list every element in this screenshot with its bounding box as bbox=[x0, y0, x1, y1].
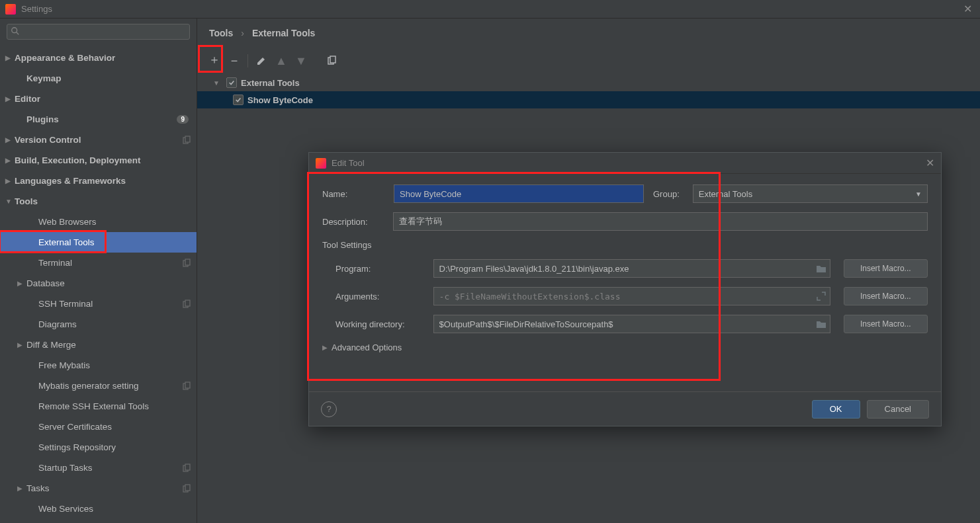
chevron-right-icon bbox=[17, 280, 26, 287]
tools-item-row[interactable]: Show ByteCode bbox=[197, 91, 980, 108]
sidebar-item-label: External Tools bbox=[38, 237, 191, 247]
sidebar-item-plugins[interactable]: Plugins9 bbox=[0, 109, 197, 130]
insert-macro-wd[interactable]: Insert Macro... bbox=[844, 315, 928, 333]
item-checkbox[interactable] bbox=[233, 95, 244, 105]
item-label: Show ByteCode bbox=[247, 95, 313, 105]
sidebar-item-languages-frameworks[interactable]: Languages & Frameworks bbox=[0, 171, 197, 191]
svg-rect-9 bbox=[185, 382, 190, 388]
advanced-options-label: Advanced Options bbox=[332, 342, 402, 352]
advanced-options-row[interactable]: ▶ Advanced Options bbox=[322, 342, 928, 352]
program-input[interactable] bbox=[433, 259, 830, 278]
svg-rect-3 bbox=[185, 136, 190, 142]
sidebar-item-free-mybatis[interactable]: Free Mybatis bbox=[0, 355, 197, 376]
sidebar-item-label: Web Browsers bbox=[38, 217, 191, 227]
scope-icon bbox=[182, 259, 191, 268]
scope-icon bbox=[182, 136, 191, 145]
chevron-down-icon: ▼ bbox=[213, 79, 222, 87]
toolbar: ＋ − ▲ ▼ bbox=[197, 48, 980, 74]
folder-icon[interactable] bbox=[816, 263, 826, 274]
chevron-right-icon: ▶ bbox=[322, 344, 332, 351]
sidebar-item-label: Build, Execution, Deployment bbox=[15, 155, 191, 165]
dialog-close-icon[interactable]: ✕ bbox=[926, 157, 934, 169]
edit-button[interactable] bbox=[252, 52, 271, 70]
sidebar-item-label: Server Certificates bbox=[38, 422, 191, 432]
chevron-right-icon bbox=[5, 136, 15, 143]
insert-macro-program[interactable]: Insert Macro... bbox=[844, 259, 928, 278]
folder-icon[interactable] bbox=[816, 319, 826, 329]
sidebar-item-tools[interactable]: Tools bbox=[0, 191, 197, 212]
sidebar-item-label: Tasks bbox=[26, 483, 182, 493]
move-up-button[interactable]: ▲ bbox=[272, 52, 290, 70]
sidebar-item-label: Terminal bbox=[38, 258, 182, 268]
close-icon[interactable]: ✕ bbox=[961, 3, 975, 15]
chevron-down-icon: ▼ bbox=[915, 190, 922, 198]
working-directory-input[interactable] bbox=[433, 315, 830, 333]
sidebar-item-startup-tasks[interactable]: Startup Tasks bbox=[0, 458, 197, 478]
sidebar-item-label: Tools bbox=[15, 196, 191, 206]
group-select[interactable]: External Tools ▼ bbox=[693, 184, 928, 203]
cancel-button[interactable]: Cancel bbox=[867, 400, 929, 419]
sidebar-item-tasks[interactable]: Tasks bbox=[0, 478, 197, 499]
edit-tool-dialog: Edit Tool ✕ Name: Group: External Tools … bbox=[308, 152, 942, 426]
sidebar-item-remote-ssh-external-tools[interactable]: Remote SSH External Tools bbox=[0, 396, 197, 417]
sidebar-item-database[interactable]: Database bbox=[0, 273, 197, 294]
sidebar-item-web-browsers[interactable]: Web Browsers bbox=[0, 212, 197, 232]
sidebar-tree: Appearance & BehaviorKeymapEditorPlugins… bbox=[0, 45, 197, 523]
group-value: External Tools bbox=[699, 189, 752, 199]
sidebar-item-diff-merge[interactable]: Diff & Merge bbox=[0, 335, 197, 355]
arguments-input[interactable] bbox=[433, 287, 830, 305]
expand-icon[interactable] bbox=[816, 291, 826, 302]
sidebar-item-server-certificates[interactable]: Server Certificates bbox=[0, 417, 197, 437]
svg-rect-13 bbox=[185, 485, 190, 491]
tools-group-row[interactable]: ▼ External Tools bbox=[197, 74, 980, 91]
sidebar-item-ssh-terminal[interactable]: SSH Terminal bbox=[0, 294, 197, 314]
sidebar-item-build-execution-deployment[interactable]: Build, Execution, Deployment bbox=[0, 150, 197, 171]
group-checkbox[interactable] bbox=[226, 77, 237, 88]
app-icon bbox=[5, 4, 16, 15]
sidebar-item-version-control[interactable]: Version Control bbox=[0, 130, 197, 150]
sidebar-item-settings-repository[interactable]: Settings Repository bbox=[0, 437, 197, 458]
search-box bbox=[7, 24, 190, 40]
sidebar-item-label: SSH Terminal bbox=[38, 299, 182, 309]
sidebar-item-mybatis-generator-setting[interactable]: Mybatis generator setting bbox=[0, 376, 197, 396]
sidebar-item-label: Languages & Frameworks bbox=[15, 176, 191, 186]
sidebar-item-web-services[interactable]: Web Services bbox=[0, 499, 197, 519]
chevron-right-icon bbox=[5, 157, 15, 164]
sidebar-item-keymap[interactable]: Keymap bbox=[0, 68, 197, 89]
breadcrumb-sep: › bbox=[241, 28, 244, 38]
sidebar-item-label: Diagrams bbox=[38, 319, 191, 329]
chevron-right-icon bbox=[5, 177, 15, 184]
ok-button[interactable]: OK bbox=[812, 400, 860, 419]
sidebar-item-label: Keymap bbox=[26, 73, 191, 83]
sidebar-item-terminal[interactable]: Terminal bbox=[0, 253, 197, 273]
sidebar-item-diagrams[interactable]: Diagrams bbox=[0, 314, 197, 335]
name-input[interactable] bbox=[394, 184, 644, 203]
sidebar-item-label: Editor bbox=[15, 94, 191, 104]
sidebar-item-label: Version Control bbox=[15, 135, 182, 145]
insert-macro-arguments[interactable]: Insert Macro... bbox=[844, 287, 928, 305]
name-label: Name: bbox=[322, 189, 394, 199]
scope-icon bbox=[182, 300, 191, 309]
help-button[interactable]: ? bbox=[321, 401, 337, 417]
program-label: Program: bbox=[322, 264, 433, 274]
tools-tree: ▼ External Tools Show ByteCode bbox=[197, 74, 980, 108]
window-title: Settings bbox=[21, 4, 961, 14]
move-down-button[interactable]: ▼ bbox=[292, 52, 310, 70]
tool-settings-section: Tool Settings bbox=[322, 240, 928, 250]
svg-rect-15 bbox=[330, 56, 335, 63]
add-button[interactable]: ＋ bbox=[205, 50, 224, 69]
sidebar-item-appearance-behavior[interactable]: Appearance & Behavior bbox=[0, 48, 197, 68]
description-input[interactable] bbox=[393, 212, 928, 231]
sidebar-item-external-tools[interactable]: External Tools bbox=[0, 232, 197, 253]
sidebar-item-editor[interactable]: Editor bbox=[0, 89, 197, 109]
dialog-title: Edit Tool bbox=[332, 158, 926, 168]
breadcrumb: Tools › External Tools bbox=[197, 19, 980, 48]
remove-button[interactable]: − bbox=[225, 52, 244, 70]
search-icon bbox=[11, 26, 20, 36]
svg-rect-11 bbox=[185, 464, 190, 470]
sidebar-item-label: Web Services bbox=[38, 504, 191, 514]
svg-point-0 bbox=[12, 28, 17, 33]
copy-button[interactable] bbox=[322, 52, 341, 70]
description-label: Description: bbox=[322, 217, 393, 227]
search-input[interactable] bbox=[7, 24, 190, 40]
